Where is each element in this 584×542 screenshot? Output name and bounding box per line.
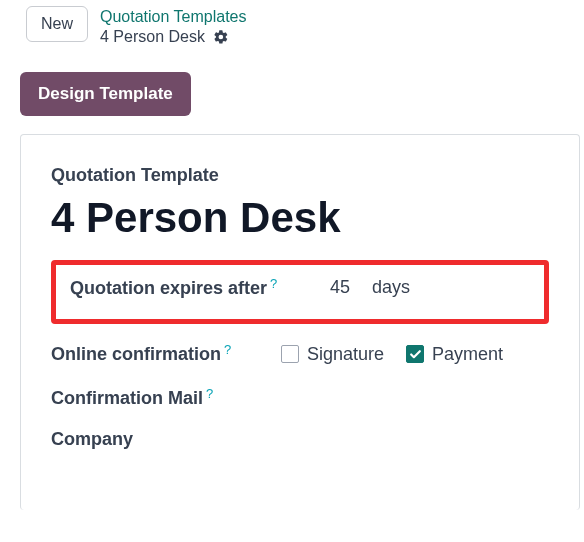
breadcrumb-parent-link[interactable]: Quotation Templates xyxy=(100,8,246,26)
breadcrumb-current: 4 Person Desk xyxy=(100,28,205,46)
help-icon[interactable]: ? xyxy=(270,276,277,291)
payment-checkbox[interactable] xyxy=(406,345,424,363)
design-template-button[interactable]: Design Template xyxy=(20,72,191,116)
record-title: 4 Person Desk xyxy=(51,194,549,242)
online-confirmation-row: Online confirmation? Signature Payment xyxy=(51,342,549,365)
new-button[interactable]: New xyxy=(26,6,88,42)
expire-unit: days xyxy=(350,275,410,298)
company-row: Company xyxy=(51,429,549,450)
breadcrumb: Quotation Templates 4 Person Desk xyxy=(100,6,246,46)
company-label: Company xyxy=(51,429,133,449)
gear-icon[interactable] xyxy=(213,29,229,45)
confirmation-mail-row: Confirmation Mail? xyxy=(51,386,549,409)
help-icon[interactable]: ? xyxy=(224,342,231,357)
expire-value[interactable]: 45 xyxy=(290,275,350,298)
help-icon[interactable]: ? xyxy=(206,386,213,401)
quotation-expires-row: Quotation expires after? 45 days xyxy=(51,260,549,324)
confirmation-mail-label: Confirmation Mail xyxy=(51,388,203,408)
signature-checkbox[interactable] xyxy=(281,345,299,363)
online-confirmation-label: Online confirmation xyxy=(51,345,221,365)
payment-label: Payment xyxy=(432,344,503,365)
section-label: Quotation Template xyxy=(51,165,549,186)
form-card: Quotation Template 4 Person Desk Quotati… xyxy=(20,134,580,510)
signature-label: Signature xyxy=(307,344,384,365)
expire-label: Quotation expires after xyxy=(70,278,267,298)
